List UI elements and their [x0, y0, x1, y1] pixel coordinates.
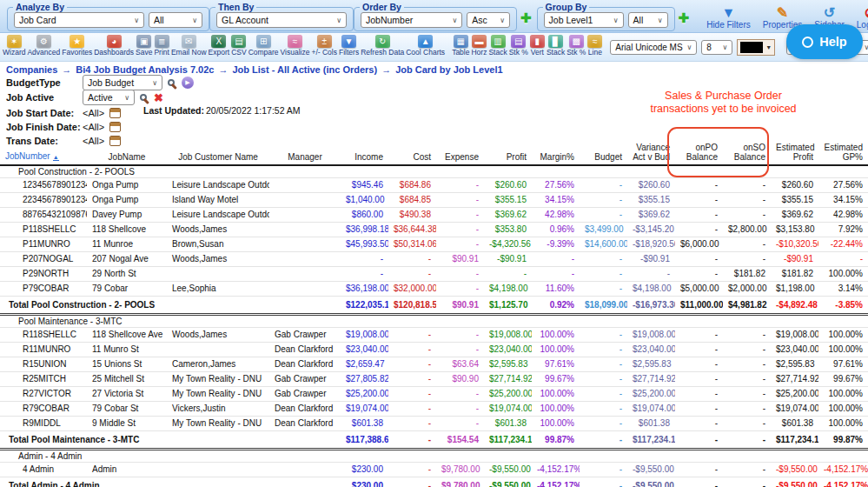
- toolbar-vert-button[interactable]: ▮Vert: [530, 35, 545, 57]
- toolbar-line-button[interactable]: ≈Line: [587, 35, 602, 57]
- cell-variance: $601.38: [627, 417, 675, 431]
- toolbar-cool-charts-button[interactable]: ▲Cool Charts: [406, 35, 445, 57]
- job-start-date-label: Job Start Date:: [6, 108, 83, 118]
- col-header-onso-balance[interactable]: onSOBalance: [723, 142, 771, 165]
- table-row[interactable]: P79COBAR79 CobarLee,Sophia$36,198.00$32,…: [0, 282, 868, 297]
- col-header-cost[interactable]: Cost: [388, 142, 436, 165]
- toolbar-advanced-button[interactable]: ⚙Advanced: [27, 35, 60, 57]
- toolbar-print-button[interactable]: ≣Print: [154, 35, 169, 57]
- breadcrumb-item[interactable]: Companies: [6, 64, 57, 75]
- table-row[interactable]: 887654321098765Davey PumpLeisure Landsca…: [0, 208, 868, 223]
- font-family-select[interactable]: Arial Unicode MS ∨: [610, 40, 697, 55]
- toolbar-refresh-data-button[interactable]: ↻Refresh Data: [361, 35, 404, 57]
- toolbar-table-view-button[interactable]: ▦Table: [452, 35, 469, 57]
- table-row[interactable]: R9MIDDL9 Middle StMy Town Reality - DNUD…: [0, 417, 868, 431]
- cell-onpo-balance: -: [675, 463, 723, 477]
- group-by-scope-select[interactable]: All ∨: [628, 12, 668, 28]
- calendar-icon[interactable]: [109, 122, 121, 132]
- font-size-select[interactable]: 8 ∨: [701, 40, 732, 55]
- table-row[interactable]: P118SHELLC118 ShellcoveWoods,James$36,99…: [0, 223, 868, 237]
- toolbar-stk-pct-button[interactable]: ▤Stk %: [509, 35, 528, 57]
- job-finish-date-value: <All>: [83, 122, 104, 132]
- then-by-field-select[interactable]: GL Account ∨: [216, 12, 347, 28]
- col-header-budget[interactable]: Budget: [580, 142, 627, 165]
- toolbar-compare-button[interactable]: ⊞Compare: [248, 35, 279, 57]
- cell-manager: [269, 252, 341, 267]
- table-row[interactable]: P11MUNRO11 MunroeBrown,Susan$45,993.50$5…: [0, 237, 868, 252]
- cell-budget: -: [580, 328, 627, 343]
- toolbar-dashboards-button[interactable]: ◕Dashboards: [94, 35, 134, 57]
- analyze-by-field-select[interactable]: Job Card ∨: [14, 12, 144, 28]
- toolbar-favorites-button[interactable]: ★Favorites: [62, 35, 92, 57]
- col-header-variance[interactable]: VarianceAct v Bud: [627, 142, 675, 165]
- toolbar-csv-button[interactable]: ▤CSV: [231, 35, 246, 57]
- analyze-by-scope-select[interactable]: All ∨: [149, 12, 202, 28]
- col-header-expense[interactable]: Expense: [436, 142, 484, 165]
- table-row[interactable]: 223456789012345Onga PumpIsland Way Motel…: [0, 193, 868, 208]
- toolbar-wizard-button[interactable]: ✶Wizard: [3, 35, 25, 57]
- add-group-by-button[interactable]: ✚: [679, 11, 690, 24]
- toolbar-horz-button[interactable]: ▬Horz: [471, 35, 487, 57]
- cell-jobnumber: P118SHELLC: [0, 223, 87, 237]
- table-row[interactable]: P29NORTH29 North St--------$181.82$181.8…: [0, 267, 868, 282]
- action-logout[interactable]: ⊘Logout: [857, 5, 868, 30]
- table-row[interactable]: 123456789012345Onga PumpLeisure Landscap…: [0, 178, 868, 193]
- toolbar-plus-minus-cols-button[interactable]: ±+/- Cols: [311, 35, 337, 57]
- table-row[interactable]: P207NOGAL207 Nogal AveWoods,James--$90.9…: [0, 252, 868, 267]
- budget-type-select[interactable]: Job Budget ∨: [83, 75, 162, 90]
- cell-income: $860.00: [341, 208, 388, 223]
- toolbar-visualize-button[interactable]: ≈Visualize: [281, 35, 310, 57]
- table-row[interactable]: R79COBAR79 Cobar StVickers,JustinDean Cl…: [0, 402, 868, 417]
- cell-manager: Dean Clarkford: [269, 357, 341, 372]
- clear-filter-icon[interactable]: ✖: [154, 92, 163, 103]
- cell-jobnumber: R9MIDDL: [0, 417, 87, 431]
- toolbar-stack-2-button[interactable]: ▊Stack: [547, 35, 565, 57]
- table-row[interactable]: R118SHELLC118 Shellcove AveWoods,JamesGa…: [0, 328, 868, 343]
- annotation-text: Sales & Purchase Order transactions yet …: [600, 90, 847, 116]
- last-updated-label: Last Updated:: [143, 105, 204, 116]
- col-header-margin[interactable]: Margin%: [532, 142, 580, 165]
- group-by-field-select[interactable]: Job Level1 ∨: [544, 12, 624, 28]
- toolbar-export-button[interactable]: XExport: [209, 35, 230, 57]
- calendar-icon[interactable]: [109, 108, 121, 118]
- cell-margin: 99.67%: [532, 372, 580, 387]
- job-active-label: Job Active: [6, 92, 83, 103]
- order-by-direction-select[interactable]: Asc ∨: [467, 12, 510, 28]
- col-header-jobnumber[interactable]: JobNumber▲: [0, 142, 87, 165]
- col-header-income[interactable]: Income: [341, 142, 388, 165]
- col-header-estimated-profit[interactable]: EstimatedProfit: [771, 142, 818, 165]
- breadcrumb-item[interactable]: Job Card by Job Level1: [395, 64, 502, 75]
- col-header-jobname[interactable]: JobName: [87, 142, 167, 165]
- col-header-profit[interactable]: Profit: [484, 142, 532, 165]
- col-header-onpo-balance[interactable]: onPOBalance: [675, 142, 723, 165]
- action-hide-filters[interactable]: ▼Hide Filters: [706, 5, 751, 30]
- search-icon[interactable]: [140, 94, 147, 101]
- cell-cost: -: [388, 417, 436, 431]
- search-icon[interactable]: [168, 79, 175, 86]
- font-color-picker[interactable]: ▼: [737, 39, 775, 56]
- run-report-icon[interactable]: ▶: [182, 77, 194, 89]
- col-header-estimated-gp[interactable]: EstimatedGP%: [818, 142, 868, 165]
- toolbar-save-button[interactable]: ▣Save: [136, 35, 152, 57]
- dashboards-icon: ◕: [107, 35, 122, 48]
- table-row[interactable]: R27VICTOR27 Victoria StMy Town Reality -…: [0, 387, 868, 402]
- table-row[interactable]: R11MUNRO11 Munro StDean Clarkford$23,040…: [0, 343, 868, 357]
- order-by-group: Order By JobNumber ∨ Asc ∨: [354, 7, 517, 31]
- col-header-customer[interactable]: Job Customer Name: [167, 142, 269, 165]
- cell-onpo-balance: -: [675, 343, 723, 357]
- table-row[interactable]: 4 AdminAdmin$230.00-$9,780.00-$9,550.00-…: [0, 463, 868, 477]
- breadcrumb-item[interactable]: Job List - All Active (inc Orders): [232, 64, 377, 75]
- breadcrumb-item[interactable]: Bi4 Job Budget Analysis 7.02c: [76, 64, 214, 75]
- cell-budget: -: [580, 252, 627, 267]
- toolbar-email-now-button[interactable]: ✉Email Now: [171, 35, 207, 57]
- table-row[interactable]: R15UNION15 Unions StCameron,JamesDean Cl…: [0, 357, 868, 372]
- job-active-select[interactable]: Active ∨: [83, 90, 135, 105]
- toolbar-stack-button[interactable]: ▥Stack: [488, 35, 507, 57]
- order-by-field-select[interactable]: JobNumber ∨: [361, 12, 462, 28]
- add-order-by-button[interactable]: ✚: [520, 11, 532, 24]
- toolbar-stk-pct-2-button[interactable]: ▩Stk %: [567, 35, 586, 57]
- help-button[interactable]: Help: [786, 24, 863, 59]
- table-row[interactable]: R25MITCH25 Mitchell StMy Town Reality - …: [0, 372, 868, 387]
- col-header-manager[interactable]: Manager: [269, 142, 341, 165]
- toolbar-filters-button[interactable]: ▼Filters: [339, 35, 359, 57]
